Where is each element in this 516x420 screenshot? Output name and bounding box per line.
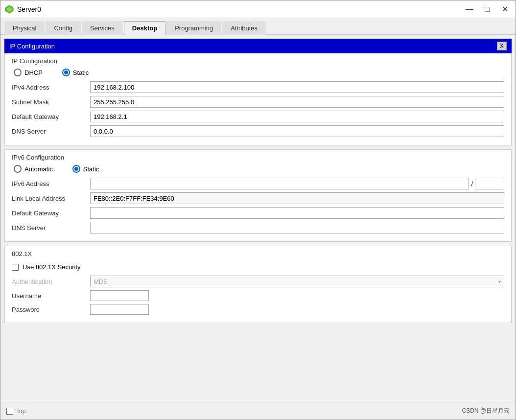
dhcp-radio-circle [14, 69, 22, 76]
subnet-mask-input[interactable] [90, 96, 504, 108]
auth-label: Authentication [12, 278, 90, 285]
ipv6-prefix-input[interactable] [475, 178, 504, 189]
ipv4-section-label: IP Configuration [12, 57, 504, 65]
dns-server-row: DNS Server [12, 125, 504, 137]
dns-server-input[interactable] [90, 125, 504, 137]
dot1x-section-label: 802.1X [12, 250, 504, 257]
ipv6-gateway-input[interactable] [90, 207, 504, 219]
link-local-input[interactable] [90, 192, 504, 204]
content-area: IP Configuration X IP Configuration DHCP… [0, 35, 516, 402]
ipv6-address-row: IPv6 Address / [12, 178, 504, 189]
ipv4-address-row: IPv4 Address [12, 81, 504, 93]
static-radio-circle [62, 69, 70, 76]
ipv6-address-label: IPv6 Address [12, 180, 90, 187]
top-label: Top [16, 408, 25, 415]
app-icon [4, 4, 14, 14]
ipv6-address-input[interactable] [90, 178, 469, 189]
sections-wrapper: IP Configuration X IP Configuration DHCP… [0, 35, 516, 327]
password-row: Password [12, 304, 504, 315]
top-checkbox[interactable] [6, 408, 13, 415]
automatic-radio-circle [14, 165, 22, 173]
main-window: Server0 — □ ✕ Physical Config Services D… [0, 0, 516, 420]
ip-config-close-button[interactable]: X [497, 42, 507, 50]
ip-config-header-label: IP Configuration [9, 43, 55, 50]
ipv6-section: IPv6 Configuration Automatic Static IPv6… [4, 149, 512, 242]
bottom-bar: Top CSDN @日星月云 [0, 402, 516, 420]
auth-select[interactable]: MD5 ▾ [90, 276, 504, 287]
ipv6-slash: / [469, 180, 475, 187]
watermark: CSDN @日星月云 [462, 407, 510, 415]
tab-bar: Physical Config Services Desktop Program… [0, 18, 516, 35]
ipv6-static-radio[interactable]: Static [72, 165, 99, 173]
bottom-left: Top [6, 408, 25, 415]
ipv4-section: IP Configuration DHCP Static IPv4 Addres… [4, 53, 512, 145]
subnet-mask-label: Subnet Mask [12, 98, 90, 106]
password-input[interactable] [90, 304, 149, 315]
username-input[interactable] [90, 290, 149, 301]
tab-physical[interactable]: Physical [4, 21, 45, 35]
tab-desktop[interactable]: Desktop [124, 21, 165, 35]
ip-config-header: IP Configuration X [4, 39, 512, 53]
tab-programming[interactable]: Programming [166, 21, 221, 35]
title-bar-left: Server0 [4, 4, 41, 14]
radio-row-ipv4: DHCP Static [12, 69, 504, 76]
tab-attributes[interactable]: Attributes [222, 21, 266, 35]
ipv6-dns-input[interactable] [90, 222, 504, 233]
automatic-label: Automatic [24, 165, 53, 173]
ipv6-addr-inputs: / [90, 178, 504, 189]
default-gateway-input[interactable] [90, 111, 504, 122]
username-label: Username [12, 292, 90, 300]
link-local-label: Link Local Address [12, 195, 90, 202]
dot1x-checkbox-row: Use 802.1X Security [12, 261, 504, 273]
ipv4-address-label: IPv4 Address [12, 84, 90, 91]
auth-row: Authentication MD5 ▾ [12, 276, 504, 287]
link-local-row: Link Local Address [12, 192, 504, 204]
ipv6-gateway-row: Default Gateway [12, 207, 504, 219]
dns-server-label: DNS Server [12, 128, 90, 135]
ipv4-address-input[interactable] [90, 81, 504, 93]
title-bar: Server0 — □ ✕ [0, 0, 516, 18]
dot1x-checkbox[interactable] [12, 264, 19, 271]
dot1x-checkbox-label: Use 802.1X Security [23, 263, 81, 271]
ipv6-gateway-label: Default Gateway [12, 210, 90, 217]
automatic-radio[interactable]: Automatic [14, 165, 53, 173]
title-bar-controls: — □ ✕ [463, 3, 512, 15]
dhcp-label: DHCP [24, 69, 43, 76]
password-label: Password [12, 306, 90, 313]
static-radio[interactable]: Static [62, 69, 89, 76]
minimize-button[interactable]: — [463, 3, 476, 15]
ipv6-dns-label: DNS Server [12, 224, 90, 232]
dhcp-radio[interactable]: DHCP [14, 69, 43, 76]
tab-services[interactable]: Services [82, 21, 123, 35]
dot1x-section: 802.1X Use 802.1X Security Authenticatio… [4, 246, 512, 323]
ipv6-dns-row: DNS Server [12, 222, 504, 233]
static-label: Static [73, 69, 89, 76]
auth-value: MD5 [94, 278, 107, 285]
subnet-mask-row: Subnet Mask [12, 96, 504, 108]
radio-row-ipv6: Automatic Static [12, 165, 504, 173]
close-button[interactable]: ✕ [498, 3, 512, 15]
ipv6-static-label: Static [83, 165, 99, 173]
username-row: Username [12, 290, 504, 301]
maximize-button[interactable]: □ [480, 3, 494, 15]
window-title: Server0 [17, 5, 41, 13]
default-gateway-label: Default Gateway [12, 113, 90, 120]
ipv6-section-label: IPv6 Configuration [12, 154, 504, 161]
tab-config[interactable]: Config [46, 21, 81, 35]
auth-dropdown-icon: ▾ [498, 279, 501, 284]
default-gateway-row: Default Gateway [12, 111, 504, 122]
ipv6-static-radio-circle [72, 165, 80, 173]
